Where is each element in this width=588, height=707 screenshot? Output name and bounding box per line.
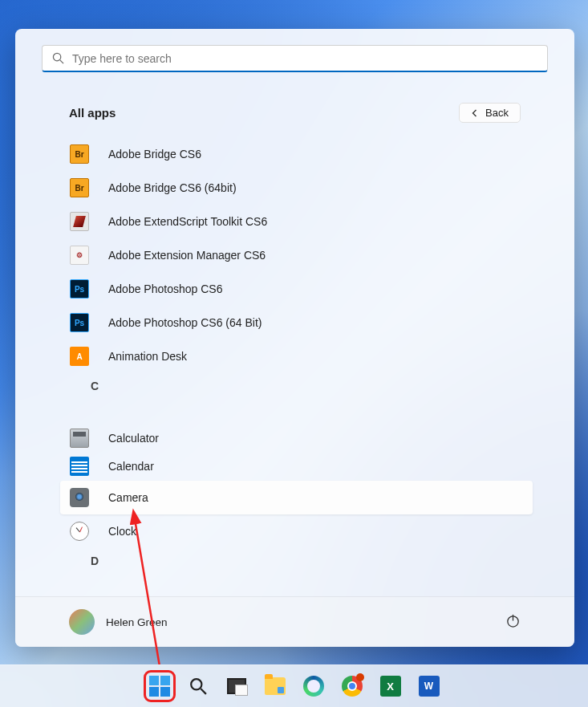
svg-line-7 <box>201 689 206 694</box>
app-calendar[interactable]: Calendar <box>60 452 533 481</box>
app-label: Adobe ExtendScript Toolkit CS6 <box>108 215 267 228</box>
app-label: Adobe Bridge CS6 <box>108 148 201 160</box>
chevron-left-icon <box>471 109 479 117</box>
search-box[interactable] <box>42 45 548 72</box>
chrome-icon <box>342 676 363 697</box>
app-label: Animation Desk <box>108 350 187 363</box>
search-input[interactable] <box>72 52 537 65</box>
taskbar-word-button[interactable]: W <box>417 674 441 698</box>
calculator-icon <box>70 429 89 448</box>
app-extension-manager[interactable]: ⚙ Adobe Extension Manager CS6 <box>60 238 533 272</box>
app-label: Clock <box>108 525 136 538</box>
all-apps-title: All apps <box>69 106 116 120</box>
avatar <box>69 609 95 635</box>
app-photoshop[interactable]: Ps Adobe Photoshop CS6 <box>60 272 533 306</box>
user-account-button[interactable]: Helen Green <box>69 609 168 635</box>
app-label: Calendar <box>108 460 154 473</box>
app-label: Adobe Bridge CS6 (64bit) <box>108 181 237 194</box>
taskbar-task-view-button[interactable] <box>225 674 249 698</box>
app-animation-desk[interactable]: A Animation Desk <box>60 339 533 373</box>
taskbar-search-button[interactable] <box>186 674 210 698</box>
svg-point-0 <box>53 53 60 60</box>
task-view-icon <box>227 678 246 694</box>
user-name-label: Helen Green <box>106 616 168 628</box>
windows-logo-icon <box>149 676 170 697</box>
app-extendscript[interactable]: Adobe ExtendScript Toolkit CS6 <box>60 205 533 238</box>
search-icon <box>52 52 64 64</box>
word-icon: W <box>419 676 440 697</box>
taskbar-chrome-button[interactable] <box>340 674 364 698</box>
svg-line-1 <box>60 60 63 63</box>
taskbar-start-button[interactable] <box>148 674 172 698</box>
photoshop-icon: Ps <box>70 279 89 299</box>
back-button[interactable]: Back <box>459 103 521 123</box>
search-container <box>15 29 574 72</box>
start-menu-panel: All apps Back Br Adobe Bridge CS6 Br Ado… <box>15 29 574 647</box>
taskbar-file-explorer-button[interactable] <box>263 674 287 698</box>
app-clock[interactable]: Clock <box>60 514 533 548</box>
camera-icon <box>70 488 89 507</box>
app-camera[interactable]: Camera <box>60 481 533 514</box>
power-icon <box>505 613 521 628</box>
edge-icon <box>303 676 324 697</box>
app-label: Camera <box>108 491 148 504</box>
taskbar: X W <box>0 664 588 707</box>
power-button[interactable] <box>505 613 521 632</box>
app-photoshop-64[interactable]: Ps Adobe Photoshop CS6 (64 Bit) <box>60 306 533 339</box>
animation-desk-icon: A <box>70 347 89 366</box>
all-apps-header: All apps Back <box>15 103 574 123</box>
file-explorer-icon <box>265 677 286 695</box>
calendar-icon <box>70 457 89 476</box>
letter-separator-d[interactable]: D <box>60 548 533 574</box>
extension-manager-icon: ⚙ <box>70 246 89 265</box>
app-adobe-bridge[interactable]: Br Adobe Bridge CS6 <box>60 137 533 171</box>
adobe-bridge-icon: Br <box>70 144 89 164</box>
taskbar-edge-button[interactable] <box>302 674 326 698</box>
back-button-label: Back <box>485 107 509 119</box>
excel-icon: X <box>380 676 401 697</box>
search-icon <box>189 677 207 695</box>
app-adobe-bridge-64[interactable]: Br Adobe Bridge CS6 (64bit) <box>60 171 533 205</box>
app-label: Adobe Extension Manager CS6 <box>108 249 266 262</box>
letter-separator-c[interactable]: C <box>60 373 533 399</box>
app-label: Adobe Photoshop CS6 <box>108 282 222 295</box>
extendscript-icon <box>70 212 89 231</box>
taskbar-excel-button[interactable]: X <box>379 674 403 698</box>
photoshop-icon: Ps <box>70 313 89 332</box>
svg-point-6 <box>191 679 201 689</box>
clock-icon <box>70 522 89 541</box>
app-label: Calculator <box>108 432 159 445</box>
adobe-bridge-icon: Br <box>70 178 89 197</box>
apps-list[interactable]: Br Adobe Bridge CS6 Br Adobe Bridge CS6 … <box>15 137 574 596</box>
app-label: Adobe Photoshop CS6 (64 Bit) <box>108 316 262 329</box>
start-footer: Helen Green <box>15 596 574 647</box>
app-calculator[interactable]: Calculator <box>60 421 533 455</box>
